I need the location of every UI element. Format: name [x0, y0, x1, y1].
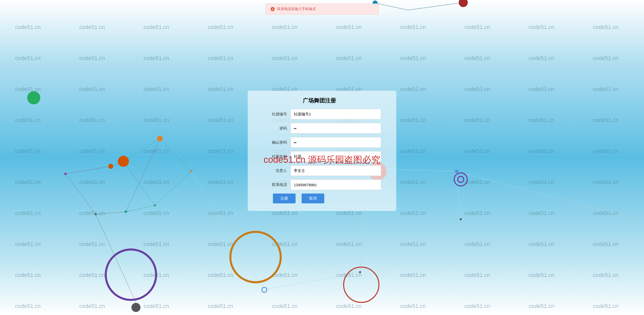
watermark-text: code51.cn — [336, 272, 362, 278]
svg-point-22 — [64, 173, 67, 175]
watermark-text: code51.cn — [272, 241, 298, 247]
watermark-text: code51.cn — [272, 272, 298, 278]
watermark-text: code51.cn — [208, 117, 233, 123]
watermark-text: code51.cn — [336, 55, 362, 61]
svg-line-8 — [123, 139, 160, 161]
error-message: 联系电话应输入手机格式 — [277, 7, 316, 11]
watermark-text: code51.cn — [144, 55, 169, 61]
watermark-text: code51.cn — [15, 55, 41, 61]
watermark-text: code51.cn — [529, 55, 554, 61]
watermark-text: code51.cn — [208, 86, 233, 92]
form-row-password: 密码 — [258, 123, 381, 134]
watermark-text: code51.cn — [529, 179, 554, 185]
watermark-text: code51.cn — [79, 148, 105, 154]
watermark-text: code51.cn — [400, 272, 426, 278]
svg-point-3 — [459, 0, 468, 7]
watermark-text: code51.cn — [208, 241, 233, 247]
svg-line-14 — [126, 205, 155, 212]
watermark-text: code51.cn — [144, 86, 169, 92]
confirm-password-input[interactable] — [291, 137, 381, 148]
form-title: 广场舞团注册 — [258, 97, 381, 104]
watermark-text: code51.cn — [208, 148, 233, 154]
registration-form-panel: 广场舞团注册 社团编号 密码 确认密码 社团名称 负责人 联系电话 注册 取消 — [248, 91, 396, 211]
watermark-text: code51.cn — [208, 210, 233, 216]
watermark-text: code51.cn — [79, 210, 105, 216]
watermark-text: code51.cn — [529, 117, 554, 123]
svg-point-28 — [190, 170, 192, 172]
svg-line-21 — [456, 171, 629, 217]
svg-line-5 — [65, 174, 96, 214]
svg-point-23 — [108, 164, 113, 169]
club-id-label: 社团编号 — [258, 112, 291, 117]
watermark-text: code51.cn — [529, 210, 554, 216]
leader-label: 负责人 — [258, 168, 291, 173]
watermark-text: code51.cn — [593, 303, 619, 309]
svg-point-38 — [460, 218, 462, 220]
watermark-text: code51.cn — [79, 117, 105, 123]
watermark-text: code51.cn — [336, 303, 362, 309]
svg-point-31 — [131, 303, 140, 312]
svg-line-13 — [155, 171, 191, 205]
watermark-text: code51.cn — [400, 241, 426, 247]
watermark-text: code51.cn — [79, 303, 105, 309]
watermark-text: code51.cn — [15, 148, 41, 154]
svg-line-0 — [375, 3, 408, 10]
watermark-text: code51.cn — [79, 86, 105, 92]
watermark-text: code51.cn — [144, 24, 169, 30]
watermark-text: code51.cn — [208, 179, 233, 185]
svg-line-20 — [456, 171, 461, 219]
phone-input[interactable] — [291, 179, 381, 190]
watermark-text: code51.cn — [15, 241, 41, 247]
watermark-text: code51.cn — [336, 24, 362, 30]
club-id-input[interactable] — [291, 109, 381, 119]
watermark-text: code51.cn — [144, 179, 169, 185]
watermark-text: code51.cn — [593, 210, 619, 216]
watermark-text: code51.cn — [208, 272, 233, 278]
watermark-text: code51.cn — [208, 24, 233, 30]
error-icon: ✕ — [271, 7, 275, 11]
watermark-text: code51.cn — [529, 148, 554, 154]
svg-point-30 — [106, 249, 156, 300]
svg-point-27 — [154, 204, 156, 206]
watermark-text: code51.cn — [400, 117, 426, 123]
watermark-text: code51.cn — [144, 241, 169, 247]
watermark-text: code51.cn — [15, 117, 41, 123]
svg-point-25 — [157, 136, 163, 141]
form-row-phone: 联系电话 — [258, 179, 381, 190]
watermark-text: code51.cn — [15, 24, 41, 30]
submit-button[interactable]: 注册 — [273, 194, 296, 203]
watermark-text: code51.cn — [400, 86, 426, 92]
leader-input[interactable] — [291, 165, 381, 176]
form-button-row: 注册 取消 — [258, 194, 381, 203]
watermark-text: code51.cn — [529, 272, 554, 278]
svg-line-17 — [264, 272, 360, 290]
watermark-text: code51.cn — [464, 241, 490, 247]
watermark-text: code51.cn — [272, 24, 298, 30]
watermark-text: code51.cn — [464, 24, 490, 30]
club-name-input[interactable] — [291, 151, 381, 162]
confirm-password-label: 确认密码 — [258, 140, 291, 145]
watermark-text: code51.cn — [79, 55, 105, 61]
watermark-text: code51.cn — [15, 303, 41, 309]
watermark-text: code51.cn — [144, 117, 169, 123]
password-input[interactable] — [291, 123, 381, 134]
form-row-club-name: 社团名称 — [258, 151, 381, 162]
svg-line-9 — [126, 139, 160, 212]
watermark-text: code51.cn — [464, 86, 490, 92]
svg-point-26 — [125, 210, 127, 213]
cancel-button[interactable]: 取消 — [302, 194, 324, 203]
watermark-text: code51.cn — [15, 86, 41, 92]
watermark-text: code51.cn — [79, 272, 105, 278]
svg-point-40 — [458, 176, 464, 182]
watermark-text: code51.cn — [79, 179, 105, 185]
form-row-club-id: 社团编号 — [258, 109, 381, 119]
watermark-text: code51.cn — [144, 303, 169, 309]
watermark-text: code51.cn — [144, 148, 169, 154]
watermark-text: code51.cn — [272, 55, 298, 61]
svg-point-4 — [27, 91, 40, 104]
watermark-text: code51.cn — [400, 55, 426, 61]
watermark-text: code51.cn — [593, 148, 619, 154]
svg-line-15 — [123, 161, 155, 205]
svg-point-41 — [455, 170, 458, 173]
svg-point-24 — [118, 156, 129, 167]
